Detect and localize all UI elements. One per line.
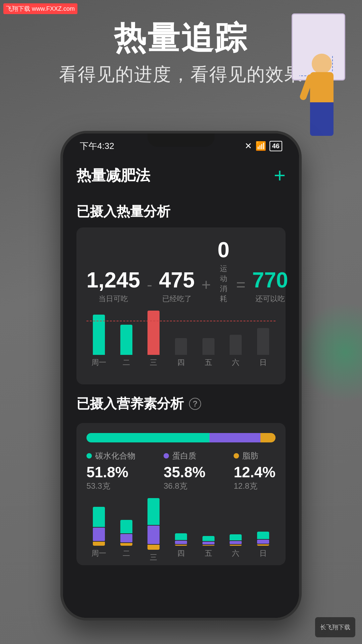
fat-gram: 12.8克 [234, 481, 276, 491]
stacked-bar-label: 三 [150, 552, 157, 562]
bar-group: 六 [224, 311, 248, 368]
equals-op: = [236, 275, 246, 304]
app-header: 热量减肥法 + [76, 155, 286, 192]
remaining-value: 770 [252, 268, 288, 292]
stacked-bars-group [257, 532, 269, 546]
battery-icon: 46 [269, 141, 282, 151]
stacked-bar-label: 二 [123, 548, 130, 558]
bar-label: 周一 [92, 358, 106, 368]
stacked-bars-group [147, 498, 160, 550]
stacked-bar-label: 五 [205, 548, 212, 558]
protein-dot-label: 蛋白质 [164, 450, 205, 461]
minus-op: - [147, 275, 152, 304]
stacked-bar-label: 六 [232, 548, 239, 558]
stacked-group: 四 [169, 498, 193, 558]
illustration [265, 13, 352, 148]
stacked-group: 二 [114, 498, 139, 558]
fat-bar-segment [260, 433, 276, 442]
daily-quota-value: 1,245 [86, 268, 140, 292]
app-content: 热量减肥法 + 已摄入热量分析 1,245 当日可吃 - 475 已经吃了 [63, 155, 299, 613]
nutrient-legend: 碳水化合物 51.8% 53.3克 蛋白质 35.8% 36.8克 [86, 450, 276, 491]
eaten-value: 475 [159, 268, 195, 292]
illust-person [292, 54, 352, 148]
fat-dot-label: 脂肪 [234, 450, 276, 461]
stacked-bars-group [93, 507, 105, 546]
calorie-numbers: 1,245 当日可吃 - 475 已经吃了 + 0 运动消耗 = [86, 237, 276, 304]
bar-label: 二 [123, 358, 130, 368]
carbs-dot-label: 碳水化合物 [86, 450, 135, 461]
dashed-line [86, 321, 276, 321]
bars-container: 周一二三四五六日 [86, 311, 276, 368]
bar-label: 日 [259, 358, 267, 368]
bar-group: 三 [141, 311, 166, 368]
protein-bar-segment [209, 433, 260, 442]
person-head [312, 54, 332, 74]
daily-quota-label: 当日可吃 [86, 294, 140, 304]
status-time: 下午4:32 [80, 140, 114, 152]
phone-vol-down-button [60, 284, 63, 318]
carbs-item: 碳水化合物 51.8% 53.3克 [86, 450, 135, 491]
add-button[interactable]: + [274, 165, 286, 185]
stacked-group: 三 [141, 498, 166, 558]
stacked-group: 五 [196, 498, 221, 558]
carbs-pct: 51.8% [86, 464, 135, 481]
bar-fill [257, 328, 269, 355]
bar-label: 四 [177, 358, 185, 368]
carbs-bar-segment [86, 433, 209, 442]
protein-label: 蛋白质 [172, 450, 196, 461]
protein-item: 蛋白质 35.8% 36.8克 [164, 450, 205, 491]
notch [147, 133, 215, 147]
stacked-bars-group [120, 520, 132, 546]
stacked-bars-group [230, 534, 242, 546]
fat-item: 脂肪 12.4% 12.8克 [234, 450, 276, 491]
nutrients-card: 碳水化合物 51.8% 53.3克 蛋白质 35.8% 36.8克 [76, 423, 286, 565]
wifi-icon: 📶 [255, 141, 266, 151]
stacked-group: 周一 [86, 498, 111, 558]
bar-label: 五 [205, 358, 212, 368]
status-icons: ✕ 📶 46 [245, 141, 282, 151]
watermark-top: 飞翔下载 www.FXXZ.com [3, 3, 77, 14]
stacked-bars-group [202, 536, 215, 546]
fat-label: 脂肪 [242, 450, 258, 461]
carbs-dot [86, 453, 92, 459]
stacked-bar-label: 周一 [92, 548, 106, 558]
fat-dot [234, 453, 239, 459]
bar-fill [120, 325, 132, 355]
stacked-group: 日 [251, 498, 276, 558]
bar-label: 三 [150, 358, 157, 368]
bar-fill [175, 338, 187, 355]
phone-screen: 下午4:32 ✕ 📶 46 热量减肥法 + 已摄入热量分析 1,245 [63, 133, 299, 618]
calorie-bar-chart: 周一二三四五六日 [86, 311, 276, 378]
stacked-bar-label: 四 [177, 548, 185, 558]
bar-group: 四 [169, 311, 193, 368]
protein-pct: 35.8% [164, 464, 205, 481]
watermark-bottom: 长飞翔下载 [315, 617, 355, 637]
remaining-label: 还可以吃 [252, 294, 288, 304]
protein-dot [164, 453, 169, 459]
bar-fill [147, 311, 160, 355]
protein-gram: 36.8克 [164, 481, 205, 491]
stacked-bar-label: 日 [259, 548, 267, 558]
bar-group: 五 [196, 311, 221, 368]
bar-group: 日 [251, 311, 276, 368]
phone-mute-button [60, 207, 63, 231]
phone-vol-up-button [60, 241, 63, 274]
nutrients-progress-bar [86, 433, 276, 442]
app-title: 热量减肥法 [76, 166, 150, 185]
person-legs [310, 102, 334, 136]
daily-quota: 1,245 当日可吃 [86, 268, 140, 304]
remaining-cal: 770 还可以吃 [252, 268, 288, 304]
stacked-group: 六 [224, 498, 248, 558]
nutrients-section-title: 已摄入营养素分析 ? [76, 394, 286, 413]
phone-power-button [299, 234, 302, 274]
stacked-bars-group [175, 533, 187, 546]
exercise-label: 运动消耗 [218, 264, 230, 304]
help-icon[interactable]: ? [189, 398, 201, 410]
calorie-section-title: 已摄入热量分析 [76, 202, 286, 221]
eaten-cal: 475 已经吃了 [159, 268, 195, 304]
bar-label: 六 [232, 358, 239, 368]
plus-op: + [201, 275, 211, 304]
stacked-bar-chart: 周一二三四五六日 [86, 498, 276, 558]
calorie-card: 1,245 当日可吃 - 475 已经吃了 + 0 运动消耗 = [76, 227, 286, 384]
carbs-gram: 53.3克 [86, 481, 135, 491]
